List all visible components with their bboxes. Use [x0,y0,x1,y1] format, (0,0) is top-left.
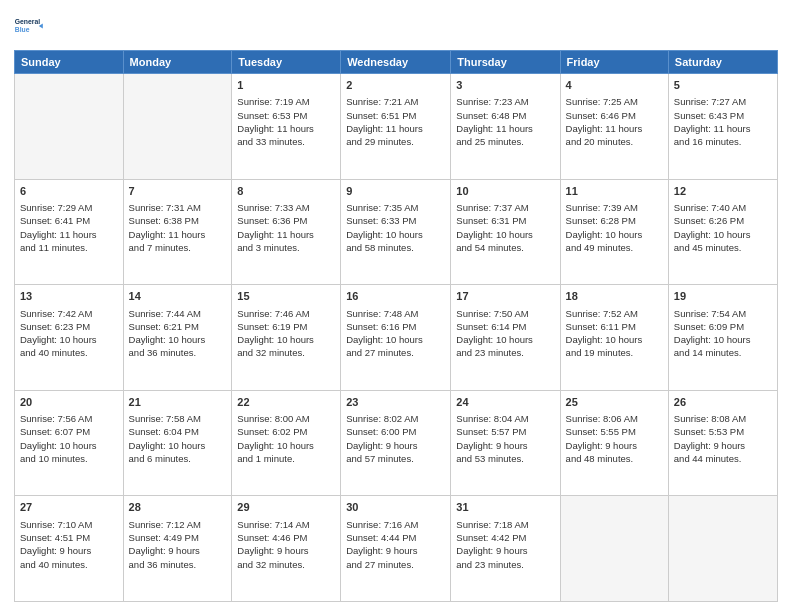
day-info: Sunset: 6:51 PM [346,109,445,122]
day-info: Sunset: 6:48 PM [456,109,554,122]
calendar-cell [560,496,668,602]
day-number: 24 [456,395,554,410]
day-info: Sunset: 6:21 PM [129,320,227,333]
day-info: Sunset: 6:04 PM [129,425,227,438]
day-info: Daylight: 10 hours [237,439,335,452]
day-info: Sunset: 6:23 PM [20,320,118,333]
day-info: Daylight: 10 hours [20,439,118,452]
day-info: Sunrise: 7:46 AM [237,307,335,320]
day-number: 16 [346,289,445,304]
day-number: 9 [346,184,445,199]
day-info: Sunset: 6:02 PM [237,425,335,438]
day-number: 17 [456,289,554,304]
day-info: Sunrise: 7:33 AM [237,201,335,214]
day-info: Daylight: 9 hours [237,544,335,557]
day-number: 21 [129,395,227,410]
day-info: Sunrise: 7:10 AM [20,518,118,531]
day-info: Sunrise: 7:48 AM [346,307,445,320]
day-info: Sunrise: 7:44 AM [129,307,227,320]
day-info: Daylight: 9 hours [674,439,772,452]
day-info: Sunrise: 8:06 AM [566,412,663,425]
day-info: Sunset: 6:38 PM [129,214,227,227]
day-number: 12 [674,184,772,199]
day-info: Daylight: 10 hours [674,228,772,241]
calendar-cell: 15Sunrise: 7:46 AMSunset: 6:19 PMDayligh… [232,285,341,391]
calendar-cell: 6Sunrise: 7:29 AMSunset: 6:41 PMDaylight… [15,179,124,285]
day-info: Sunset: 4:44 PM [346,531,445,544]
day-info: and 40 minutes. [20,558,118,571]
day-info: and 53 minutes. [456,452,554,465]
calendar-cell: 18Sunrise: 7:52 AMSunset: 6:11 PMDayligh… [560,285,668,391]
day-info: Sunrise: 7:42 AM [20,307,118,320]
day-number: 20 [20,395,118,410]
day-info: and 36 minutes. [129,346,227,359]
calendar-header-row: SundayMondayTuesdayWednesdayThursdayFrid… [15,51,778,74]
calendar-week-row: 20Sunrise: 7:56 AMSunset: 6:07 PMDayligh… [15,390,778,496]
calendar-cell: 17Sunrise: 7:50 AMSunset: 6:14 PMDayligh… [451,285,560,391]
day-info: Daylight: 9 hours [346,544,445,557]
day-number: 18 [566,289,663,304]
day-info: Sunset: 6:26 PM [674,214,772,227]
day-info: and 25 minutes. [456,135,554,148]
calendar-cell: 1Sunrise: 7:19 AMSunset: 6:53 PMDaylight… [232,74,341,180]
calendar-cell: 8Sunrise: 7:33 AMSunset: 6:36 PMDaylight… [232,179,341,285]
day-info: and 33 minutes. [237,135,335,148]
day-info: Daylight: 11 hours [346,122,445,135]
calendar-cell: 2Sunrise: 7:21 AMSunset: 6:51 PMDaylight… [341,74,451,180]
day-info: Daylight: 9 hours [456,439,554,452]
day-number: 10 [456,184,554,199]
col-header-wednesday: Wednesday [341,51,451,74]
day-info: Daylight: 9 hours [129,544,227,557]
calendar-cell: 23Sunrise: 8:02 AMSunset: 6:00 PMDayligh… [341,390,451,496]
day-number: 6 [20,184,118,199]
day-number: 31 [456,500,554,515]
day-number: 1 [237,78,335,93]
day-info: and 23 minutes. [456,346,554,359]
day-number: 30 [346,500,445,515]
calendar-week-row: 27Sunrise: 7:10 AMSunset: 4:51 PMDayligh… [15,496,778,602]
day-info: Sunrise: 7:14 AM [237,518,335,531]
calendar-cell: 11Sunrise: 7:39 AMSunset: 6:28 PMDayligh… [560,179,668,285]
day-info: Daylight: 11 hours [237,122,335,135]
day-info: Sunset: 6:36 PM [237,214,335,227]
day-info: and 29 minutes. [346,135,445,148]
day-info: Daylight: 9 hours [20,544,118,557]
calendar-cell [668,496,777,602]
day-info: Sunset: 6:43 PM [674,109,772,122]
calendar-cell: 22Sunrise: 8:00 AMSunset: 6:02 PMDayligh… [232,390,341,496]
calendar-cell: 21Sunrise: 7:58 AMSunset: 6:04 PMDayligh… [123,390,232,496]
day-info: Sunset: 4:49 PM [129,531,227,544]
day-info: Daylight: 11 hours [129,228,227,241]
calendar-week-row: 1Sunrise: 7:19 AMSunset: 6:53 PMDaylight… [15,74,778,180]
col-header-thursday: Thursday [451,51,560,74]
day-info: Daylight: 11 hours [20,228,118,241]
day-info: and 32 minutes. [237,346,335,359]
calendar-cell: 3Sunrise: 7:23 AMSunset: 6:48 PMDaylight… [451,74,560,180]
day-number: 3 [456,78,554,93]
page: GeneralBlue SundayMondayTuesdayWednesday… [0,0,792,612]
day-info: Daylight: 10 hours [129,333,227,346]
day-info: Daylight: 9 hours [456,544,554,557]
day-info: Sunset: 6:11 PM [566,320,663,333]
day-info: Sunrise: 7:29 AM [20,201,118,214]
day-info: Sunrise: 7:25 AM [566,95,663,108]
day-number: 25 [566,395,663,410]
day-info: Sunrise: 7:39 AM [566,201,663,214]
calendar-cell: 27Sunrise: 7:10 AMSunset: 4:51 PMDayligh… [15,496,124,602]
col-header-friday: Friday [560,51,668,74]
day-info: Daylight: 10 hours [566,333,663,346]
svg-text:General: General [15,18,40,25]
day-info: Daylight: 10 hours [20,333,118,346]
svg-text:Blue: Blue [15,26,30,33]
day-number: 7 [129,184,227,199]
calendar-week-row: 6Sunrise: 7:29 AMSunset: 6:41 PMDaylight… [15,179,778,285]
day-info: Sunset: 6:46 PM [566,109,663,122]
day-info: Daylight: 11 hours [456,122,554,135]
day-info: Sunset: 6:00 PM [346,425,445,438]
day-info: Sunrise: 7:54 AM [674,307,772,320]
day-info: Sunrise: 7:18 AM [456,518,554,531]
day-info: Daylight: 9 hours [346,439,445,452]
calendar-cell: 24Sunrise: 8:04 AMSunset: 5:57 PMDayligh… [451,390,560,496]
day-number: 22 [237,395,335,410]
day-info: Sunrise: 7:40 AM [674,201,772,214]
